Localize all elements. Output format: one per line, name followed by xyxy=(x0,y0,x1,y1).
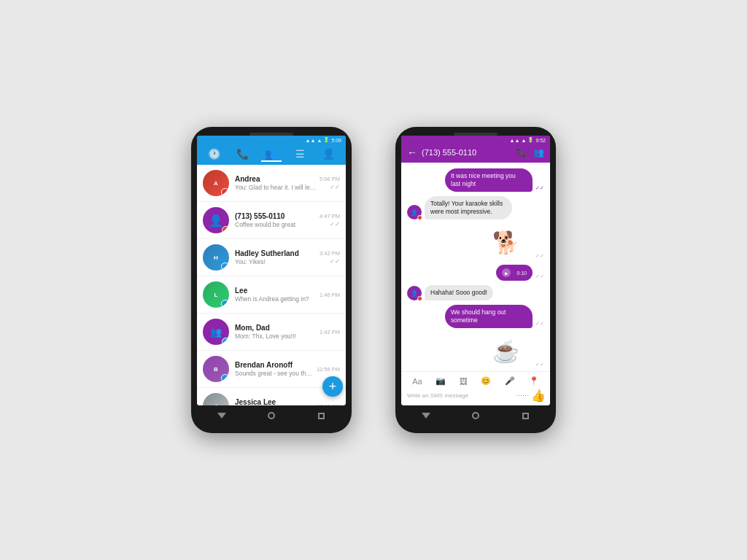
contact-preview: Coffee would be great xyxy=(235,221,317,228)
tab-phone[interactable]: 📞 xyxy=(233,147,253,162)
tab-people[interactable]: 👥 xyxy=(261,147,282,162)
check-icon: ✓✓ xyxy=(330,258,340,265)
contact-time: 1:42 PM xyxy=(320,329,340,335)
avatar: J xyxy=(203,393,229,405)
contact-name: Mom, Dad xyxy=(235,324,317,332)
recents-nav-icon[interactable] xyxy=(315,410,327,421)
phone1-header: ▲▲ ▲ 🔋 5:09 🕐 📞 👥 ☰ 👤 xyxy=(197,136,346,165)
avatar-badge xyxy=(221,188,229,196)
home-nav-icon[interactable] xyxy=(266,410,277,421)
check-icon: ✓✓ xyxy=(330,221,340,228)
contact-info: Mom, Dad Mom: Thx, Love you!!! xyxy=(235,324,317,340)
signal-icon: ▲▲ xyxy=(306,138,316,143)
title-actions: 📞 👥 xyxy=(516,147,544,158)
contact-preview: When is Andrea getting in? xyxy=(235,295,317,303)
phone2-header: ▲▲ ▲ 🔋 9:52 ← (713) 555-0110 📞 👥 xyxy=(401,136,550,163)
contact-preview: Mom: Thx, Love you!!! xyxy=(235,332,317,340)
avatar-badge xyxy=(221,262,229,271)
avatar: 👤 xyxy=(203,207,229,233)
message-row: We should hang out sometime ✓✓ xyxy=(407,305,544,328)
message-check: ✓✓ xyxy=(535,362,544,368)
message-input[interactable]: Write an SMS message xyxy=(406,390,513,401)
list-item[interactable]: 👤 (713) 555-0110 Coffee would be great 4… xyxy=(197,202,346,239)
contact-info: Jessica Lee Sent a photo. xyxy=(235,398,314,405)
tab-clock[interactable]: 🕐 xyxy=(204,147,225,162)
status-time: 5:09 xyxy=(331,138,341,143)
tab-list[interactable]: ☰ xyxy=(290,147,310,162)
avatar: L xyxy=(203,281,229,308)
message-bubble: Hahaha! Sooo good! xyxy=(425,285,493,300)
battery-icon: 🔋 xyxy=(527,137,534,143)
call-button[interactable]: 📞 xyxy=(516,147,527,158)
contact-preview: Sounds great - see you then! xyxy=(235,370,314,377)
message-check: ✓✓ xyxy=(535,253,544,259)
tab-profile[interactable]: 👤 xyxy=(318,147,338,162)
contact-info: (713) 555-0110 Coffee would be great xyxy=(235,212,317,228)
contact-info: Lee When is Andrea getting in? xyxy=(235,287,317,303)
people-button[interactable]: 👥 xyxy=(533,147,544,158)
apps-icon[interactable]: ⋯⋯ xyxy=(516,392,529,400)
contact-name: Jessica Lee xyxy=(235,398,314,405)
home-nav-icon[interactable] xyxy=(470,410,481,421)
phone-1: ▲▲ ▲ 🔋 5:09 🕐 📞 👥 ☰ 👤 A xyxy=(191,127,352,433)
image-icon[interactable]: 🖼 xyxy=(460,377,468,386)
play-button[interactable]: ▶ xyxy=(502,268,511,277)
camera-icon[interactable]: 📷 xyxy=(436,376,446,386)
microphone-icon[interactable]: 🎤 xyxy=(505,376,515,386)
audio-bubble[interactable]: ▶ 0:10 xyxy=(496,265,533,281)
avatar: B xyxy=(203,356,229,382)
contact-info: Brendan Aronoff Sounds great - see you t… xyxy=(235,361,314,377)
phone2-titlebar: ← (713) 555-0110 📞 👥 xyxy=(401,143,550,163)
msg-avatar: 👤 xyxy=(407,205,422,219)
recents-nav-icon[interactable] xyxy=(519,410,531,421)
message-bubble: We should hang out sometime xyxy=(445,305,533,328)
list-item[interactable]: L Lee When is Andrea getting in? 1:46 PM xyxy=(197,276,346,314)
message-bubble: It was nice meeting you last night xyxy=(445,168,533,192)
phone2-status-bar: ▲▲ ▲ 🔋 9:52 xyxy=(401,136,550,143)
message-check: ✓✓ xyxy=(535,273,544,279)
phones-container: ▲▲ ▲ 🔋 5:09 🕐 📞 👥 ☰ 👤 A xyxy=(191,127,556,433)
input-area: Write an SMS message ⋯⋯ 👍 xyxy=(406,389,546,402)
dog-sticker: 🐕 xyxy=(487,224,524,260)
location-icon[interactable]: 📍 xyxy=(529,376,539,386)
chat-contact-name: (713) 555-0110 xyxy=(422,148,512,157)
avatar: 👥 xyxy=(203,319,229,345)
send-icons: ⋯⋯ 👍 xyxy=(516,389,546,402)
check-icon: ✓✓ xyxy=(330,184,340,190)
contact-list: A Andrea You: Glad to hear it. I will le… xyxy=(197,165,346,405)
send-button[interactable]: 👍 xyxy=(531,389,546,402)
contact-name: (713) 555-0110 xyxy=(235,212,317,220)
back-nav-icon[interactable] xyxy=(420,410,432,421)
back-button[interactable]: ← xyxy=(407,147,417,158)
contact-preview: You: Glad to hear it. I will let him kno… xyxy=(235,184,317,191)
message-row: 👤 Totally! Your karaoke skills were most… xyxy=(407,196,544,219)
avatar-badge xyxy=(222,226,229,233)
emoji-icon[interactable]: 😊 xyxy=(481,376,491,386)
contact-time: 5:06 PM ✓✓ xyxy=(320,176,340,190)
text-format-icon[interactable]: Aa xyxy=(412,377,422,386)
list-item[interactable]: 👥 Mom, Dad Mom: Thx, Love you!!! 1:42 PM xyxy=(197,314,346,351)
contact-time: 1:46 PM xyxy=(320,292,340,298)
message-row: 👤 Hahaha! Sooo good! xyxy=(407,285,544,300)
audio-duration: 0:10 xyxy=(516,271,527,276)
phone1-status-bar: ▲▲ ▲ 🔋 5:09 xyxy=(197,136,346,143)
avatar: A xyxy=(203,170,229,196)
contact-info: Hadley Sutherland You: Yikes! xyxy=(235,249,317,265)
list-item[interactable]: H Hadley Sutherland You: Yikes! 3:42 PM … xyxy=(197,239,346,276)
message-bubble: Totally! Your karaoke skills were most i… xyxy=(425,196,512,219)
avatar-badge xyxy=(221,300,229,308)
fab-compose[interactable]: + xyxy=(322,376,343,397)
msg-avatar: 👤 xyxy=(407,286,422,300)
contact-time: 12:56 PM xyxy=(317,366,340,373)
contact-info: Andrea You: Glad to hear it. I will let … xyxy=(235,175,317,191)
signal-icon: ▲▲ xyxy=(510,138,520,143)
contact-time: 3:42 PM ✓✓ xyxy=(320,250,340,265)
contact-time: 4:47 PM ✓✓ xyxy=(320,213,340,228)
phone1-tabs: 🕐 📞 👥 ☰ 👤 xyxy=(197,143,346,165)
message-row: 🐕 ✓✓ xyxy=(407,224,544,260)
back-nav-icon[interactable] xyxy=(216,410,228,421)
list-item[interactable]: A Andrea You: Glad to hear it. I will le… xyxy=(197,165,346,202)
wifi-icon: ▲ xyxy=(317,138,322,143)
wifi-icon: ▲ xyxy=(521,138,526,143)
avatar: H xyxy=(203,244,229,271)
